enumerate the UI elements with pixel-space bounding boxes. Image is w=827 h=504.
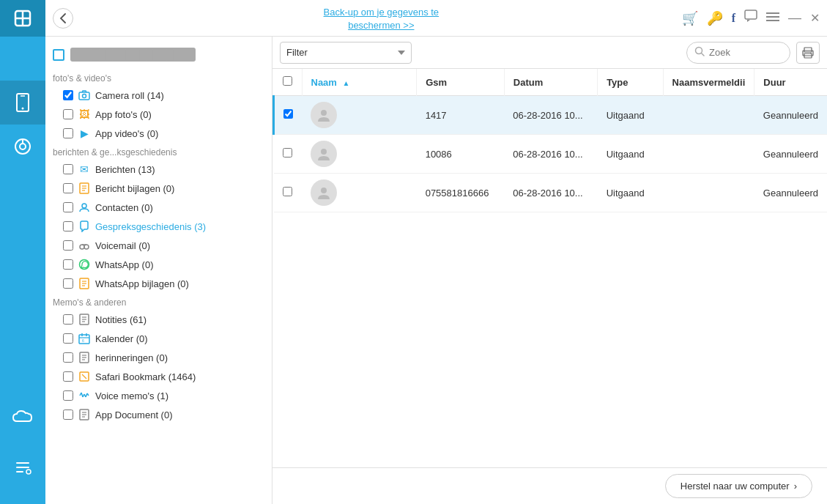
row-check-3[interactable] bbox=[274, 174, 303, 212]
voicemail-checkbox[interactable] bbox=[63, 240, 73, 251]
device-name: ████████████ bbox=[70, 48, 196, 62]
app-logo bbox=[0, 0, 45, 37]
cart-icon[interactable]: 🛒 bbox=[682, 10, 698, 26]
tree-item-app-document[interactable]: App Document (0) bbox=[45, 405, 272, 424]
content-area: ████████████ foto's & video's Camera rol… bbox=[45, 37, 827, 504]
key-icon[interactable]: 🔑 bbox=[707, 10, 723, 26]
tree-item-app-videos[interactable]: ▶ App video's (0) bbox=[45, 124, 272, 143]
sort-arrow-icon: ▲ bbox=[343, 79, 350, 87]
herinneringen-checkbox[interactable] bbox=[63, 352, 73, 363]
row-check-1[interactable] bbox=[274, 96, 303, 135]
tree-item-safari[interactable]: Safari Bookmark (1464) bbox=[45, 367, 272, 386]
search-input[interactable] bbox=[709, 47, 782, 58]
col-type[interactable]: Type bbox=[598, 69, 663, 96]
chat-icon[interactable] bbox=[744, 10, 757, 26]
sidebar-item-tools[interactable] bbox=[0, 445, 45, 489]
tree-item-whatsapp-bijlagen[interactable]: WhatsApp bijlagen (0) bbox=[45, 274, 272, 293]
whatsapp-bijlagen-icon bbox=[78, 277, 91, 290]
svg-point-61 bbox=[321, 149, 327, 155]
row-datum-1: 06-28-2016 10... bbox=[504, 96, 597, 135]
row-naam-2 bbox=[302, 135, 417, 174]
menu-icon[interactable] bbox=[766, 10, 779, 26]
col-duur[interactable]: Duur bbox=[754, 69, 827, 96]
tree-item-voicemail[interactable]: Voicemail (0) bbox=[45, 236, 272, 255]
row-gsm-1: 1417 bbox=[417, 96, 505, 135]
safari-checkbox[interactable] bbox=[63, 371, 73, 382]
svg-line-43 bbox=[82, 374, 86, 379]
filter-select[interactable]: Filter Alle Inkomend Uitgaand Gemist bbox=[280, 42, 412, 64]
row-type-2: Uitgaand bbox=[598, 135, 663, 174]
camera-roll-checkbox[interactable] bbox=[63, 90, 73, 100]
select-all-checkbox[interactable] bbox=[283, 76, 292, 86]
sidebar-item-cloud[interactable] bbox=[0, 394, 45, 438]
herstel-arrow-icon: › bbox=[794, 481, 797, 492]
facebook-icon[interactable]: f bbox=[732, 12, 735, 25]
table-row[interactable]: 1417 06-28-2016 10... Uitgaand Geannulee… bbox=[274, 96, 828, 135]
tree-item-camera-roll[interactable]: Camera roll (14) bbox=[45, 86, 272, 105]
kalender-checkbox[interactable] bbox=[63, 333, 73, 344]
device-checkbox-icon bbox=[53, 49, 64, 61]
tree-item-bericht-bijlagen[interactable]: Bericht bijlagen (0) bbox=[45, 179, 272, 198]
tree-item-berichten[interactable]: ✉ Berichten (13) bbox=[45, 160, 272, 179]
tree-item-app-fotos[interactable]: 🖼 App foto's (0) bbox=[45, 105, 272, 124]
svg-rect-56 bbox=[804, 48, 812, 52]
search-icon bbox=[694, 46, 705, 59]
row-check-2[interactable] bbox=[274, 135, 303, 174]
col-gsm[interactable]: Gsm bbox=[417, 69, 505, 96]
left-panel: ████████████ foto's & video's Camera rol… bbox=[45, 37, 272, 504]
svg-line-49 bbox=[87, 393, 89, 396]
search-box bbox=[686, 42, 790, 64]
tree-item-notities[interactable]: Notities (61) bbox=[45, 310, 272, 329]
tree-item-voice-memos[interactable]: Voice memo's (1) bbox=[45, 386, 272, 405]
app-fotos-icon: 🖼 bbox=[78, 108, 91, 121]
avatar-1 bbox=[311, 102, 337, 128]
row-type-1: Uitgaand bbox=[598, 96, 663, 135]
row-naams-2 bbox=[663, 135, 754, 174]
top-bar: Back-up om je gegevens te beschermen >> … bbox=[45, 0, 827, 37]
minimize-icon[interactable]: — bbox=[788, 10, 801, 26]
voice-memos-checkbox[interactable] bbox=[63, 390, 73, 401]
gespreks-checkbox[interactable] bbox=[63, 221, 73, 231]
sidebar-back-btn[interactable] bbox=[0, 37, 45, 81]
table-row[interactable]: 075581816666 06-28-2016 10... Uitgaand G… bbox=[274, 174, 828, 212]
whatsapp-checkbox[interactable] bbox=[63, 259, 73, 270]
svg-point-4 bbox=[22, 108, 24, 110]
row-duur-3: Geannuleerd bbox=[754, 174, 827, 212]
app-document-label: App Document (0) bbox=[95, 410, 264, 420]
herstel-button[interactable]: Herstel naar uw computer › bbox=[665, 474, 812, 498]
tree-item-kalender[interactable]: 6 Kalender (0) bbox=[45, 329, 272, 348]
col-datum[interactable]: Datum bbox=[504, 69, 597, 96]
svg-point-15 bbox=[83, 94, 86, 98]
row-gsm-3: 075581816666 bbox=[417, 174, 505, 212]
notities-checkbox[interactable] bbox=[63, 314, 73, 325]
berichten-checkbox[interactable] bbox=[63, 164, 73, 174]
app-videos-checkbox[interactable] bbox=[63, 128, 73, 138]
sidebar-item-device[interactable] bbox=[0, 81, 45, 125]
col-naam[interactable]: Naam ▲ bbox=[302, 69, 417, 96]
print-button[interactable] bbox=[796, 42, 820, 64]
tree-item-herinneringen[interactable]: herinneringen (0) bbox=[45, 348, 272, 367]
app-fotos-label: App foto's (0) bbox=[95, 109, 264, 120]
app-fotos-checkbox[interactable] bbox=[63, 109, 73, 119]
bericht-bijlagen-icon bbox=[78, 182, 91, 195]
voicemail-icon bbox=[78, 239, 91, 252]
safari-label: Safari Bookmark (1464) bbox=[95, 371, 264, 382]
contacten-checkbox[interactable] bbox=[63, 202, 73, 212]
kalender-label: Kalender (0) bbox=[95, 333, 264, 344]
close-icon[interactable]: ✕ bbox=[810, 11, 820, 25]
app-document-checkbox[interactable] bbox=[63, 410, 73, 420]
row-naams-1 bbox=[663, 96, 754, 135]
col-naamsvermelding[interactable]: Naamsvermeldii bbox=[663, 69, 754, 96]
sidebar-item-music[interactable] bbox=[0, 125, 45, 168]
tree-item-gespreks[interactable]: Gespreksgeschiedenis (3) bbox=[45, 217, 272, 236]
tree-item-contacten[interactable]: Contacten (0) bbox=[45, 198, 272, 217]
table-row[interactable]: 10086 06-28-2016 10... Uitgaand Geannule… bbox=[274, 135, 828, 174]
tree-item-whatsapp[interactable]: WhatsApp (0) bbox=[45, 255, 272, 274]
bottom-bar: Herstel naar uw computer › bbox=[272, 467, 827, 504]
bericht-bijlagen-checkbox[interactable] bbox=[63, 183, 73, 193]
device-header: ████████████ bbox=[45, 44, 272, 69]
back-button[interactable] bbox=[53, 8, 73, 29]
backup-link[interactable]: Back-up om je gegevens te beschermen >> bbox=[324, 7, 440, 31]
right-toolbar: Filter Alle Inkomend Uitgaand Gemist bbox=[272, 37, 827, 69]
whatsapp-bijlagen-checkbox[interactable] bbox=[63, 278, 73, 289]
